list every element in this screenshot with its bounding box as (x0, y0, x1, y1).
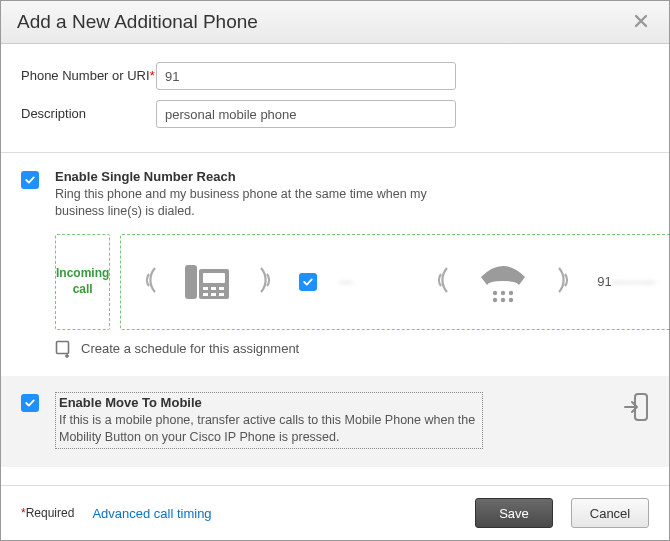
snr-title: Enable Single Number Reach (55, 169, 649, 184)
snr-text: Enable Single Number Reach Ring this pho… (55, 169, 649, 220)
move-to-mobile-section: Enable Move To Mobile If this is a mobil… (1, 376, 669, 467)
svg-point-11 (509, 291, 513, 295)
svg-point-9 (493, 291, 497, 295)
svg-rect-0 (185, 265, 197, 299)
svg-rect-7 (211, 293, 216, 296)
advanced-call-timing-link[interactable]: Advanced call timing (92, 506, 211, 521)
save-button[interactable]: Save (475, 498, 553, 528)
snr-description: Ring this phone and my business phone at… (55, 186, 435, 220)
description-label: Description (21, 106, 156, 123)
move-description: If this is a mobile phone, transfer acti… (59, 412, 479, 446)
add-phone-dialog: Add a New Additional Phone Phone Number … (0, 0, 670, 541)
svg-rect-8 (219, 293, 224, 296)
form-area: Phone Number or URI* Description (1, 44, 669, 152)
dialog-body: Phone Number or URI* Description Enable … (1, 44, 669, 485)
svg-rect-5 (219, 287, 224, 290)
snr-diagram: Incoming call (55, 234, 649, 330)
signal-right2-icon (553, 260, 575, 303)
move-title: Enable Move To Mobile (59, 395, 479, 410)
handset-icon (475, 259, 531, 305)
signal-right-icon (255, 260, 277, 303)
mobile-phone-number: 91–––––– (597, 274, 655, 289)
svg-point-10 (501, 291, 505, 295)
snr-header-row: Enable Single Number Reach Ring this pho… (21, 169, 649, 220)
cancel-button[interactable]: Cancel (571, 498, 649, 528)
transfer-to-mobile-icon (623, 392, 649, 422)
desk-phone-checkbox[interactable] (299, 273, 317, 291)
svg-point-12 (493, 298, 497, 302)
move-text: Enable Move To Mobile If this is a mobil… (55, 392, 609, 449)
phone-number-input[interactable] (156, 62, 456, 90)
single-number-reach-section: Enable Single Number Reach Ring this pho… (1, 153, 669, 376)
dialog-titlebar: Add a New Additional Phone (1, 1, 669, 44)
calendar-add-icon (55, 340, 73, 358)
snr-checkbox[interactable] (21, 171, 39, 189)
svg-rect-2 (203, 273, 225, 283)
svg-rect-3 (203, 287, 208, 290)
svg-rect-15 (57, 341, 69, 353)
move-to-mobile-checkbox[interactable] (21, 394, 39, 412)
incoming-call-box: Incoming call (55, 234, 110, 330)
svg-point-13 (501, 298, 505, 302)
focused-region: Enable Move To Mobile If this is a mobil… (55, 392, 483, 449)
svg-rect-4 (211, 287, 216, 290)
signal-left2-icon (431, 260, 453, 303)
phone-number-row: Phone Number or URI* (21, 62, 649, 90)
dialog-title: Add a New Additional Phone (17, 11, 258, 33)
move-header-row: Enable Move To Mobile If this is a mobil… (21, 392, 649, 449)
required-note: *Required (21, 506, 74, 520)
svg-point-14 (509, 298, 513, 302)
required-asterisk: * (150, 68, 155, 83)
signal-left-icon (139, 260, 161, 303)
description-input[interactable] (156, 100, 456, 128)
desk-phone-number: — (339, 274, 409, 289)
desk-phone-icon (183, 257, 233, 307)
phone-number-label: Phone Number or URI* (21, 68, 156, 85)
svg-rect-6 (203, 293, 208, 296)
create-schedule-label: Create a schedule for this assignment (81, 341, 299, 356)
close-icon[interactable] (629, 11, 653, 33)
dialog-footer: *Required Advanced call timing Save Canc… (1, 485, 669, 540)
create-schedule-row[interactable]: Create a schedule for this assignment (55, 340, 649, 358)
phones-box: — 91–––––– (120, 234, 669, 330)
description-row: Description (21, 100, 649, 128)
